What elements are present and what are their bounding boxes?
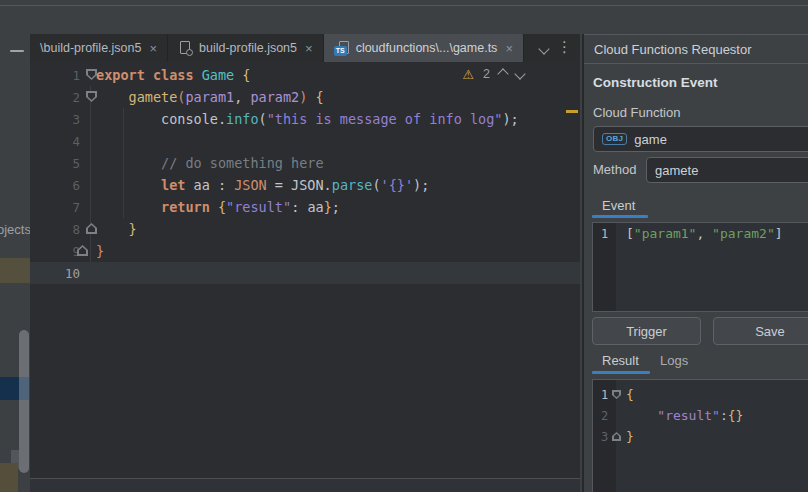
json5-file-icon <box>178 41 193 56</box>
close-icon[interactable]: × <box>149 42 157 55</box>
partial-projects-label: ojects <box>0 222 30 237</box>
editor-tab-bar: \build-profile.json5 × build-profile.jso… <box>30 34 580 63</box>
background-block <box>0 258 30 283</box>
result-line: 3 } <box>593 426 808 447</box>
active-tab-underline <box>592 215 648 218</box>
fold-marker-close[interactable] <box>612 432 621 441</box>
code-line: 3 console.info("this is message of info … <box>30 108 580 130</box>
method-input[interactable]: gamete <box>646 157 808 183</box>
close-icon[interactable]: × <box>505 42 513 55</box>
background-block <box>0 463 18 492</box>
warning-count: 2 <box>483 67 490 81</box>
line-number: 1 <box>593 227 616 241</box>
next-warning-chevron-down-icon[interactable] <box>514 68 525 79</box>
save-button[interactable]: Save <box>713 317 808 345</box>
line-number: 4 <box>30 134 80 149</box>
window-top-divider <box>0 5 808 6</box>
fold-marker-open[interactable] <box>612 390 621 399</box>
background-scrollbar[interactable] <box>19 330 29 473</box>
result-line: 1 { <box>593 384 808 405</box>
line-number: 10 <box>30 266 80 281</box>
active-tab-underline <box>592 371 650 374</box>
cloud-functions-requestor-panel: Cloud Functions Requestor Construction E… <box>582 34 808 492</box>
typescript-file-icon: TS <box>334 41 350 56</box>
tab-result[interactable]: Result <box>602 353 639 368</box>
event-editor-line: 1 ["param1", "param2"] <box>593 223 808 244</box>
code-line: 6 let aa : JSON = JSON.parse('{}'); <box>30 174 580 196</box>
tab-label: build-profile.json5 <box>199 41 297 55</box>
close-icon[interactable]: × <box>305 42 313 55</box>
tab-event[interactable]: Event <box>602 198 635 213</box>
code-editor[interactable]: 1 export class Game { 2 gamete(param1, p… <box>30 62 580 478</box>
tab-logs[interactable]: Logs <box>660 353 688 368</box>
tab-build-profile-2[interactable]: build-profile.json5 × <box>168 34 324 62</box>
line-number: 2 <box>593 409 616 423</box>
code-line: 4 <box>30 130 580 152</box>
cloud-function-label: Cloud Function <box>593 105 680 120</box>
tab-label: cloudfunctions\...\game.ts <box>356 41 498 55</box>
code-line: 9 } <box>30 240 580 262</box>
section-title: Construction Event <box>593 75 718 90</box>
code-line: 7 return {"result": aa}; <box>30 196 580 218</box>
cloud-function-value: game <box>634 132 667 147</box>
code-line: 5 // do something here <box>30 152 580 174</box>
code-line: 8 } <box>30 218 580 240</box>
code-line: 2 gamete(param1, param2) { <box>30 86 580 108</box>
editor-bottom-strip <box>30 478 580 492</box>
result-json-editor[interactable]: 1 { 2 "result":{} 3 } <box>592 379 808 492</box>
trigger-button[interactable]: Trigger <box>592 317 701 345</box>
code-lines: 1 export class Game { 2 gamete(param1, p… <box>30 62 580 284</box>
method-label: Method <box>593 162 636 177</box>
method-value: gamete <box>655 163 698 178</box>
ide-window: ojects \build-profile.json5 × build-prof… <box>0 0 808 492</box>
event-json-editor[interactable]: 1 ["param1", "param2"] <box>592 222 808 312</box>
inspection-widget[interactable]: ⚠ 2 <box>462 65 524 83</box>
tab-build-profile-1[interactable]: \build-profile.json5 × <box>30 34 168 62</box>
panel-header: Cloud Functions Requestor <box>584 34 808 64</box>
result-line: 2 "result":{} <box>593 405 808 426</box>
minimize-dash-icon[interactable] <box>10 50 24 52</box>
tab-label: \build-profile.json5 <box>40 41 141 55</box>
object-type-badge: OBJ <box>602 133 627 145</box>
warning-stripe-mark[interactable] <box>566 110 578 113</box>
warning-icon: ⚠ <box>462 68 474 81</box>
code-line-current: 10 <box>30 262 580 284</box>
tab-options-kebab-icon[interactable]: ⋮ <box>557 38 572 56</box>
show-tabs-chevron-down-icon[interactable] <box>538 43 549 54</box>
left-strip-background-window: ojects <box>0 34 30 492</box>
cloud-function-input[interactable]: OBJ game <box>593 126 808 152</box>
tab-game-ts[interactable]: TS cloudfunctions\...\game.ts × <box>324 34 524 62</box>
prev-warning-chevron-up-icon[interactable] <box>497 68 508 79</box>
panel-title: Cloud Functions Requestor <box>594 42 752 57</box>
